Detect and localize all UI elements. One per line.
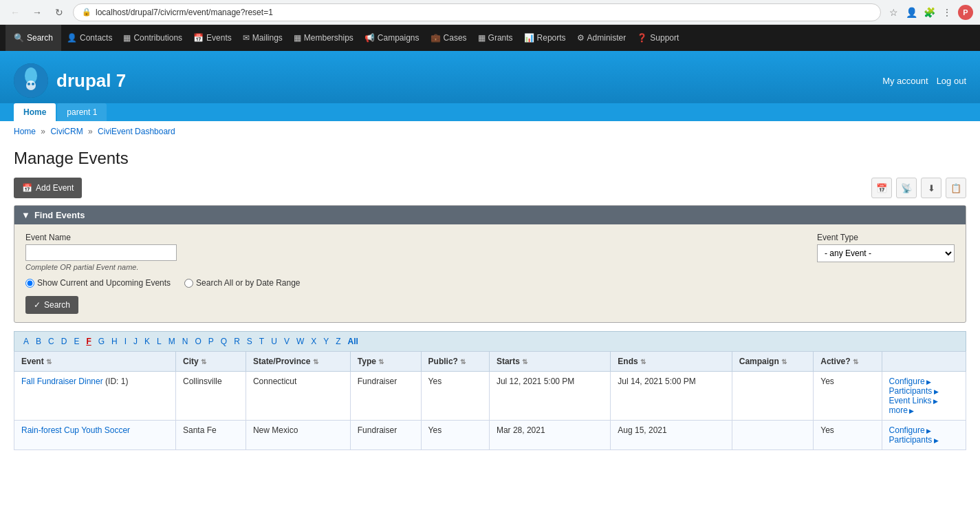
action-configure-0[interactable]: Configure <box>889 377 959 386</box>
back-button[interactable]: ← <box>7 4 23 21</box>
alpha-letter-c[interactable]: C <box>46 336 56 347</box>
nav-reports[interactable]: 📊 Reports <box>519 25 571 51</box>
alpha-letter-w[interactable]: W <box>294 336 306 347</box>
add-event-button[interactable]: 📅 Add Event <box>14 178 82 198</box>
col-public[interactable]: Public? ⇅ <box>421 352 489 372</box>
radio-group: Show Current and Upcoming Events Search … <box>25 278 955 288</box>
alpha-letter-n[interactable]: N <box>180 336 190 347</box>
sort-icon-ends: ⇅ <box>640 358 646 366</box>
action-participants-0[interactable]: Participants <box>889 386 959 396</box>
breadcrumb-sep2: » <box>88 127 95 136</box>
alpha-all[interactable]: All <box>346 336 360 347</box>
action-configure-1[interactable]: Configure <box>889 425 959 435</box>
alpha-letter-r[interactable]: R <box>232 336 242 347</box>
alpha-letter-b[interactable]: B <box>34 336 43 347</box>
action-event-links-0[interactable]: Event Links <box>889 396 959 405</box>
profile-icon[interactable]: 👤 <box>904 6 918 19</box>
radio-current-label[interactable]: Show Current and Upcoming Events <box>25 278 171 288</box>
nav-grants[interactable]: ▦ Grants <box>472 25 519 51</box>
event-link-1[interactable]: Rain-forest Cup Youth Soccer <box>21 425 130 435</box>
browser-chrome: ← → ↻ 🔒 localhost/drupal7/civicrm/event/… <box>0 0 980 25</box>
my-account-link[interactable]: My account <box>882 76 928 86</box>
alpha-letter-q[interactable]: Q <box>219 336 229 347</box>
sort-icon-type: ⇅ <box>378 358 384 366</box>
alpha-letter-p[interactable]: P <box>206 336 216 347</box>
rss-icon[interactable]: 📡 <box>896 178 917 198</box>
alpha-letter-s[interactable]: S <box>245 336 254 347</box>
alpha-letter-k[interactable]: K <box>142 336 152 347</box>
extension-icon[interactable]: 🧩 <box>922 6 936 19</box>
breadcrumb-civievent[interactable]: CiviEvent Dashboard <box>98 127 175 136</box>
radio-all-input[interactable] <box>184 279 193 288</box>
template-icon[interactable]: 📋 <box>946 178 966 198</box>
col-active[interactable]: Active? ⇅ <box>814 352 882 372</box>
sort-icon-city: ⇅ <box>201 358 206 366</box>
nav-mailings[interactable]: ✉ Mailings <box>237 25 288 51</box>
find-events-body: Event Name Complete OR partial Event nam… <box>14 224 966 322</box>
action-participants-1[interactable]: Participants <box>889 435 959 445</box>
forward-button[interactable]: → <box>29 4 45 21</box>
alpha-letter-x[interactable]: X <box>309 336 318 347</box>
reports-icon: 📊 <box>524 33 534 43</box>
col-state[interactable]: State/Province ⇅ <box>246 352 350 372</box>
alpha-letter-t[interactable]: T <box>257 336 266 347</box>
alpha-letter-d[interactable]: D <box>59 336 69 347</box>
col-city[interactable]: City ⇅ <box>176 352 246 372</box>
col-campaign[interactable]: Campaign ⇅ <box>732 352 814 372</box>
breadcrumb-home[interactable]: Home <box>14 127 36 136</box>
action-more-0[interactable]: more <box>889 405 959 415</box>
alpha-letter-g[interactable]: G <box>96 336 107 347</box>
nav-contributions[interactable]: ▦ Contributions <box>118 25 188 51</box>
radio-current-input[interactable] <box>25 279 34 288</box>
nav-campaigns[interactable]: 📢 Campaigns <box>359 25 425 51</box>
calendar-view-icon[interactable]: 📅 <box>871 178 892 198</box>
col-starts[interactable]: Starts ⇅ <box>489 352 610 372</box>
cell-type-0: Fundraiser <box>350 372 421 421</box>
toolbar: 📅 Add Event 📅 📡 ⬇ 📋 <box>14 178 966 198</box>
col-type[interactable]: Type ⇅ <box>350 352 421 372</box>
alpha-letter-u[interactable]: U <box>269 336 279 347</box>
alpha-letter-m[interactable]: M <box>166 336 177 347</box>
alpha-letter-f[interactable]: F <box>84 336 93 347</box>
alpha-letter-y[interactable]: Y <box>321 336 331 347</box>
nav-cases[interactable]: 💼 Cases <box>425 25 472 51</box>
alpha-letter-z[interactable]: Z <box>334 336 342 347</box>
menu-icon[interactable]: ⋮ <box>940 6 954 19</box>
breadcrumb-civicrm[interactable]: CiviCRM <box>50 127 83 136</box>
nav-administer[interactable]: ⚙ Administer <box>571 25 632 51</box>
nav-support[interactable]: ❓ Support <box>631 25 684 51</box>
col-ends[interactable]: Ends ⇅ <box>611 352 732 372</box>
tab-home[interactable]: Home <box>14 103 56 121</box>
nav-memberships[interactable]: ▦ Memberships <box>288 25 359 51</box>
tab-parent1[interactable]: parent 1 <box>57 103 107 121</box>
avatar[interactable]: P <box>958 5 973 20</box>
find-events-header[interactable]: ▼ Find Events <box>14 206 966 224</box>
download-icon[interactable]: ⬇ <box>921 178 941 198</box>
event-type-select[interactable]: - any Event - <box>817 244 955 262</box>
radio-all-label[interactable]: Search All or by Date Range <box>184 278 300 288</box>
alpha-letter-v[interactable]: V <box>282 336 292 347</box>
nav-contacts[interactable]: 👤 Contacts <box>61 25 118 51</box>
cell-event-0: Fall Fundraiser Dinner (ID: 1) <box>14 372 176 421</box>
event-name-input[interactable] <box>25 244 177 261</box>
nav-events[interactable]: 📅 Events <box>188 25 237 51</box>
alpha-letter-o[interactable]: O <box>193 336 203 347</box>
cell-event-1: Rain-forest Cup Youth Soccer <box>14 421 176 450</box>
alpha-letter-l[interactable]: L <box>155 336 164 347</box>
col-event[interactable]: Event ⇅ <box>14 352 176 372</box>
breadcrumb: Home » CiviCRM » CiviEvent Dashboard <box>0 121 980 142</box>
find-events-panel: ▼ Find Events Event Name Complete OR par… <box>14 205 966 323</box>
url-bar[interactable]: 🔒 localhost/drupal7/civicrm/event/manage… <box>73 3 881 21</box>
alpha-letter-a[interactable]: A <box>21 336 31 347</box>
alpha-letter-j[interactable]: J <box>131 336 140 347</box>
log-out-link[interactable]: Log out <box>937 76 966 86</box>
search-button[interactable]: ✓ Search <box>25 296 78 314</box>
event-link-0[interactable]: Fall Fundraiser Dinner <box>21 377 103 386</box>
form-row-1: Event Name Complete OR partial Event nam… <box>25 233 955 271</box>
bookmark-icon[interactable]: ☆ <box>886 6 900 19</box>
alpha-letter-i[interactable]: I <box>122 336 129 347</box>
alpha-letter-e[interactable]: E <box>72 336 81 347</box>
reload-button[interactable]: ↻ <box>51 4 67 21</box>
alpha-letter-h[interactable]: H <box>109 336 120 347</box>
search-nav-item[interactable]: 🔍 Search <box>6 25 61 51</box>
